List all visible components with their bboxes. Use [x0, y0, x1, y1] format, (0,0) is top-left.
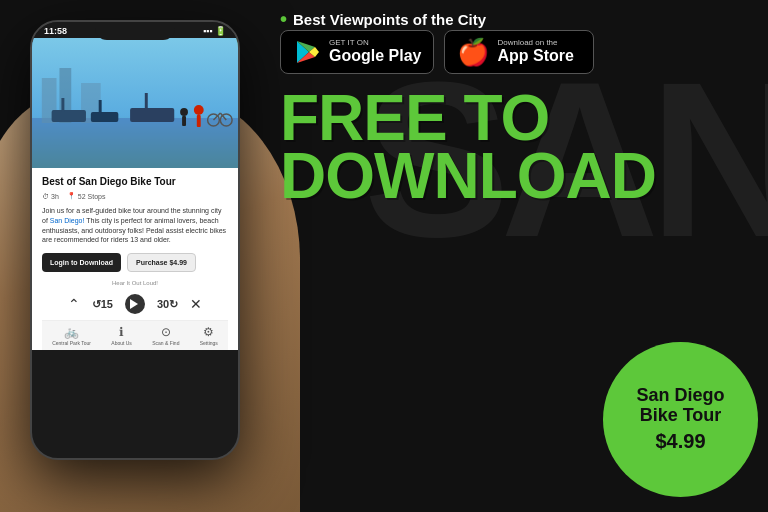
nav-scan-find[interactable]: ⊙ Scan & Find — [152, 325, 179, 346]
scan-icon: ⊙ — [161, 325, 171, 339]
google-play-button[interactable]: GET IT ON Google Play — [280, 30, 434, 74]
login-download-button[interactable]: Login to Download — [42, 253, 121, 272]
apple-icon: 🍎 — [457, 39, 489, 65]
nav-about-us[interactable]: ℹ About Us — [111, 325, 132, 346]
google-play-text: GET IT ON Google Play — [329, 39, 421, 65]
settings-icon: ⚙ — [203, 325, 214, 339]
phone-nav-bar: 🚲 Central Park Tour ℹ About Us ⊙ Scan & … — [42, 321, 228, 350]
clock-icon: ⏱ — [42, 193, 49, 200]
audio-controls: ⌃ ↺15 30↻ ✕ — [42, 290, 228, 321]
svg-rect-10 — [145, 93, 148, 110]
hear-it-label: Hear It Out Loud! — [42, 280, 228, 286]
badge-tour-title: San DiegoBike Tour — [636, 386, 724, 426]
purchase-button[interactable]: Purchase $4.99 — [127, 253, 196, 272]
back15-icon[interactable]: ↺15 — [92, 298, 113, 311]
download-line: DOWNLOAD — [280, 148, 758, 206]
bike-icon: 🚲 — [64, 325, 79, 339]
phone-tour-title: Best of San Diego Bike Tour — [42, 176, 228, 188]
phone-action-buttons: Login to Download Purchase $4.99 — [42, 253, 228, 272]
app-store-text: Download on the App Store — [497, 39, 573, 65]
svg-rect-12 — [182, 116, 186, 126]
svg-rect-14 — [197, 115, 201, 127]
play-button[interactable] — [125, 294, 145, 314]
badge-price: $4.99 — [655, 430, 705, 453]
svg-point-13 — [194, 105, 204, 115]
phone-tour-meta: ⏱ 3h 📍 52 Stops — [42, 192, 228, 200]
close-icon[interactable]: ✕ — [190, 296, 202, 312]
svg-rect-5 — [52, 110, 86, 122]
meta-stops: 📍 52 Stops — [67, 192, 106, 200]
nav-settings[interactable]: ⚙ Settings — [200, 325, 218, 346]
phone-signal: ▪▪▪ 🔋 — [203, 26, 226, 36]
free-to-line: FREE TO — [280, 90, 758, 148]
nav-central-park-tour[interactable]: 🚲 Central Park Tour — [52, 325, 91, 346]
tour-badge-circle: San DiegoBike Tour $4.99 — [603, 342, 758, 497]
app-store-button[interactable]: 🍎 Download on the App Store — [444, 30, 594, 74]
meta-time: ⏱ 3h — [42, 192, 59, 200]
phone-tour-description: Join us for a self-guided bike tour arou… — [42, 206, 228, 245]
svg-rect-9 — [130, 108, 174, 122]
free-to-download-heading: FREE TO DOWNLOAD — [280, 90, 758, 205]
phone-notch — [95, 22, 175, 40]
rewind-icon[interactable]: ⌃ — [68, 296, 80, 312]
svg-rect-1 — [32, 118, 238, 168]
svg-rect-7 — [91, 112, 118, 122]
svg-point-11 — [180, 108, 188, 116]
right-content-area: GET IT ON Google Play 🍎 Download on the … — [280, 30, 758, 205]
phone-time: 11:58 — [44, 26, 67, 36]
phone-mockup: 11:58 ▪▪▪ 🔋 — [30, 20, 240, 460]
san-diego-link[interactable]: San Diego! — [50, 217, 85, 224]
top-bar-label: Best Viewpoints of the City — [293, 11, 486, 28]
forward30-icon[interactable]: 30↻ — [157, 298, 178, 311]
svg-rect-6 — [61, 98, 64, 112]
svg-rect-8 — [99, 100, 102, 114]
store-buttons-row: GET IT ON Google Play 🍎 Download on the … — [280, 30, 758, 74]
phone-hero-image — [32, 38, 238, 168]
top-bar-text: Best Viewpoints of the City — [280, 8, 768, 31]
phone-area: 11:58 ▪▪▪ 🔋 — [0, 0, 300, 512]
google-play-icon — [293, 38, 321, 66]
info-icon: ℹ — [119, 325, 124, 339]
phone-content: Best of San Diego Bike Tour ⏱ 3h 📍 52 St… — [32, 168, 238, 350]
pin-icon: 📍 — [67, 192, 76, 200]
